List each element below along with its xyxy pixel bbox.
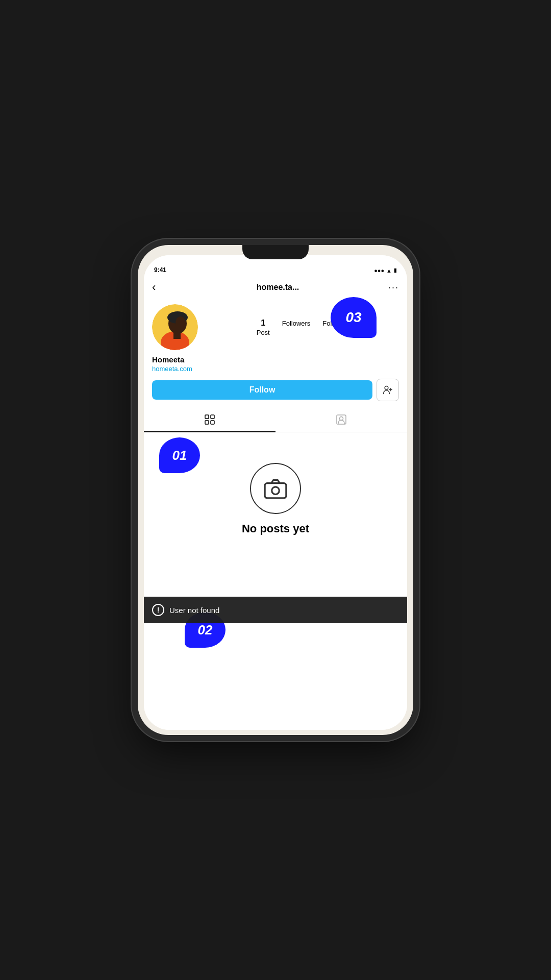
followers-stat[interactable]: Followers bbox=[282, 318, 311, 336]
followers-label: Followers bbox=[282, 320, 311, 327]
svg-point-17 bbox=[272, 487, 280, 495]
profile-website[interactable]: homeeta.com bbox=[152, 365, 399, 373]
posts-count: 1 bbox=[261, 318, 265, 328]
status-icons: ●●● ▲ ▮ bbox=[374, 267, 397, 274]
content-tabs bbox=[144, 407, 407, 432]
notch bbox=[242, 245, 309, 259]
profile-header: ‹ homee.ta... ··· 03 bbox=[144, 276, 407, 299]
avatar-image bbox=[152, 304, 198, 350]
status-time: 9:41 bbox=[154, 266, 166, 274]
camera-icon bbox=[263, 476, 288, 501]
profile-username: Homeeta bbox=[152, 355, 399, 364]
screen-content: ‹ homee.ta... ··· 03 bbox=[144, 276, 407, 730]
posts-stat: 1 Post bbox=[257, 318, 270, 336]
signal-icon: ●●● bbox=[374, 267, 384, 274]
more-options-button[interactable]: ··· bbox=[388, 282, 399, 293]
battery-icon: ▮ bbox=[394, 267, 397, 274]
toast-text: User not found bbox=[169, 606, 219, 615]
back-button[interactable]: ‹ bbox=[152, 281, 167, 294]
tab-grid[interactable] bbox=[144, 407, 276, 432]
camera-circle bbox=[250, 463, 301, 514]
add-friend-button[interactable] bbox=[377, 379, 399, 401]
badge-01: 01 bbox=[159, 437, 200, 473]
svg-rect-11 bbox=[211, 415, 214, 419]
no-posts-container: 01 No posts yet 02 bbox=[144, 432, 407, 597]
toast-notification: ! User not found bbox=[144, 597, 407, 623]
svg-point-7 bbox=[385, 386, 388, 390]
phone-screen: 9:41 ●●● ▲ ▮ ‹ homee.ta... ··· 03 bbox=[144, 255, 407, 730]
svg-point-6 bbox=[176, 316, 186, 329]
avatar bbox=[152, 304, 198, 350]
svg-rect-5 bbox=[173, 332, 181, 339]
toast-icon: ! bbox=[152, 604, 164, 616]
svg-rect-10 bbox=[205, 415, 209, 419]
wifi-icon: ▲ bbox=[386, 267, 392, 274]
tab-tagged[interactable] bbox=[276, 407, 407, 432]
action-row: Follow bbox=[144, 373, 407, 407]
svg-rect-16 bbox=[265, 483, 286, 498]
phone-frame: 9:41 ●●● ▲ ▮ ‹ homee.ta... ··· 03 bbox=[138, 245, 413, 735]
posts-label: Post bbox=[257, 329, 270, 336]
follow-button[interactable]: Follow bbox=[152, 380, 372, 400]
grid-icon bbox=[204, 413, 216, 426]
svg-rect-13 bbox=[211, 421, 214, 424]
add-person-icon bbox=[383, 385, 393, 395]
tagged-icon bbox=[335, 413, 347, 426]
spacer bbox=[144, 566, 407, 597]
no-posts-text: No posts yet bbox=[242, 522, 309, 535]
header-title: homee.ta... bbox=[257, 283, 299, 292]
svg-rect-12 bbox=[205, 421, 209, 424]
badge-03: 03 bbox=[331, 297, 377, 338]
